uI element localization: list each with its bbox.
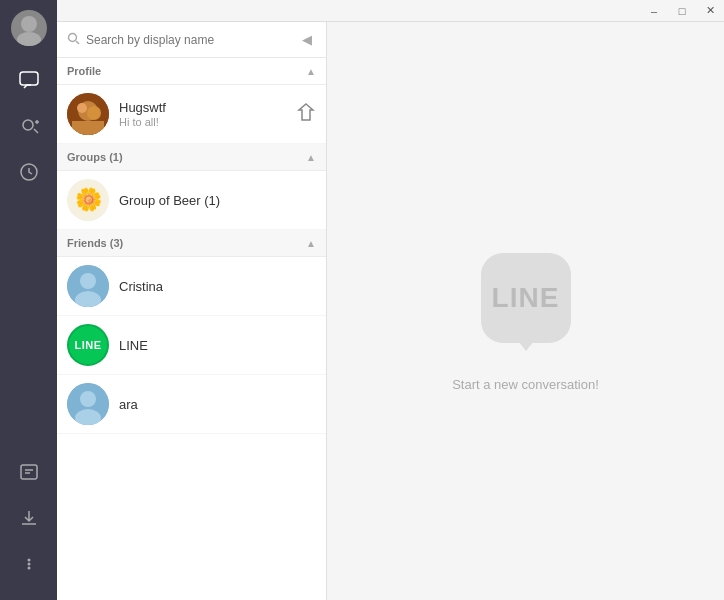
svg-marker-16: [299, 104, 313, 120]
svg-point-15: [87, 106, 101, 120]
ara-name: ara: [119, 397, 316, 412]
sidebar: [0, 0, 57, 600]
cristina-name: Cristina: [119, 279, 316, 294]
search-bar: ◀: [57, 22, 326, 58]
svg-point-8: [27, 567, 30, 570]
svg-point-1: [17, 32, 41, 46]
restore-button[interactable]: □: [668, 0, 696, 22]
start-conversation-text: Start a new conversation!: [452, 377, 599, 392]
line-info: LINE: [119, 338, 316, 353]
line-name: LINE: [119, 338, 316, 353]
cristina-avatar: [67, 265, 109, 307]
friend-item-line[interactable]: LINE LINE: [57, 316, 326, 375]
sidebar-bottom: [9, 452, 49, 600]
svg-point-14: [77, 103, 87, 113]
titlebar: – □ ✕: [57, 0, 724, 22]
sidebar-item-download[interactable]: [9, 498, 49, 538]
groups-chevron-icon: ▲: [306, 152, 316, 163]
group-beer-avatar: 🌼: [67, 179, 109, 221]
svg-point-9: [69, 33, 77, 41]
panel-top: ◀ Profile ▲ Hugswtf Hi to all!: [57, 22, 326, 434]
svg-point-6: [27, 559, 30, 562]
user-avatar[interactable]: [11, 10, 47, 46]
svg-point-21: [80, 391, 96, 407]
main-content: LINE Start a new conversation!: [327, 22, 724, 600]
profile-chevron-icon: ▲: [306, 66, 316, 77]
profile-item[interactable]: Hugswtf Hi to all!: [57, 85, 326, 144]
friend-item-cristina[interactable]: Cristina: [57, 257, 326, 316]
friends-section-header[interactable]: Friends (3) ▲: [57, 230, 326, 257]
contacts-panel: ◀ Profile ▲ Hugswtf Hi to all!: [57, 0, 327, 600]
profile-download-icon[interactable]: [296, 102, 316, 126]
sidebar-item-chat[interactable]: [9, 60, 49, 100]
profile-info: Hugswtf Hi to all!: [119, 100, 296, 128]
close-button[interactable]: ✕: [696, 0, 724, 22]
cristina-info: Cristina: [119, 279, 316, 294]
sidebar-item-history[interactable]: [9, 152, 49, 192]
group-item-beer[interactable]: 🌼 Group of Beer (1): [57, 171, 326, 230]
groups-section-title: Groups (1): [67, 151, 123, 163]
friend-item-ara[interactable]: ara: [57, 375, 326, 434]
search-icon: [67, 32, 80, 48]
minimize-button[interactable]: –: [640, 0, 668, 22]
sidebar-item-news[interactable]: [9, 452, 49, 492]
friends-chevron-icon: ▲: [306, 238, 316, 249]
groups-section-header[interactable]: Groups (1) ▲: [57, 144, 326, 171]
hugswtf-avatar: [67, 93, 109, 135]
svg-line-10: [76, 41, 79, 44]
ara-info: ara: [119, 397, 316, 412]
profile-name: Hugswtf: [119, 100, 296, 115]
sidebar-item-more[interactable]: [9, 544, 49, 584]
line-logo-big: LINE: [481, 253, 571, 343]
line-brand-text: LINE: [74, 339, 101, 351]
ara-avatar: [67, 383, 109, 425]
search-collapse-button[interactable]: ◀: [298, 30, 316, 49]
group-beer-info: Group of Beer (1): [119, 193, 316, 208]
svg-point-7: [27, 563, 30, 566]
svg-rect-13: [72, 121, 104, 135]
svg-point-18: [80, 273, 96, 289]
profile-status: Hi to all!: [119, 116, 296, 128]
profile-section-title: Profile: [67, 65, 101, 77]
svg-rect-2: [20, 72, 38, 85]
sidebar-item-add-friend[interactable]: [9, 106, 49, 146]
group-beer-name: Group of Beer (1): [119, 193, 316, 208]
search-input[interactable]: [86, 33, 298, 47]
friends-section-title: Friends (3): [67, 237, 123, 249]
svg-point-0: [21, 16, 37, 32]
line-brand-avatar: LINE: [67, 324, 109, 366]
line-logo-text: LINE: [492, 282, 560, 314]
profile-section-header[interactable]: Profile ▲: [57, 58, 326, 85]
svg-point-3: [23, 120, 33, 130]
svg-rect-5: [21, 465, 37, 479]
